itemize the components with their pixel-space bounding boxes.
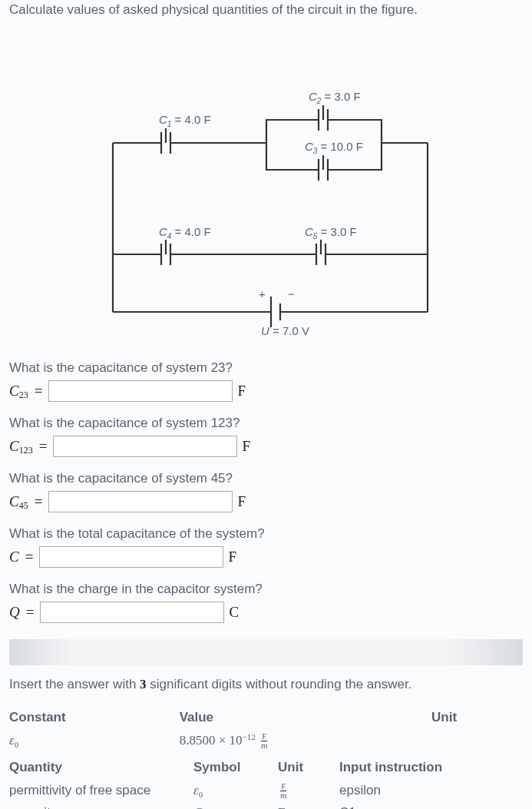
equals-sign: = [35,380,43,403]
question-prompt: What is the total capacitance of the sys… [9,524,523,544]
question-q: What is the charge in the capacitor syst… [9,579,523,624]
equals-sign: = [35,491,43,513]
question-c123: What is the capacitance of system 123? C… [9,413,523,458]
svg-text:C3 = 10.0 F: C3 = 10.0 F [305,140,363,155]
sig-digit-instruction: Insert the answer with 3 significant dig… [9,675,523,695]
variable-label: C123 [9,436,33,458]
variable-label: C23 [9,380,28,403]
variable-label: C [9,546,19,569]
svg-text:−: − [288,287,295,300]
equals-sign: = [25,546,34,569]
circuit-diagram: C1 = 4.0 F C2 = 3.0 F C3 = 10.0 F C4 = 4… [9,51,523,335]
problem-instruction: Calculate values of asked physical quant… [9,0,523,20]
equals-sign: = [39,436,48,458]
unit-label: F [237,491,246,513]
question-c23: What is the capacitance of system 23? C2… [9,358,523,403]
question-prompt: What is the capacitance of system 123? [9,413,523,433]
const-header-unit: Unit [431,706,523,729]
answer-input-c123[interactable] [53,436,237,457]
qty-header-quantity: Quantity [9,756,193,779]
question-c-total: What is the total capacitance of the sys… [9,524,523,569]
table-row: ε0 8.8500 × 10−12 Fm [9,729,523,752]
question-prompt: What is the capacitance of system 23? [9,358,523,378]
unit-label: C [229,602,239,624]
const-header-value: Value [180,706,431,729]
svg-text:C1 = 4.0 F: C1 = 4.0 F [159,113,211,128]
qty-header-symbol: Symbol [193,756,278,779]
unit-label: F [237,380,246,403]
table-row: capacitance C1 F C1 [9,801,523,809]
answer-input-q[interactable] [40,602,224,623]
quantities-table: Quantity Symbol Unit Input instruction p… [9,756,523,809]
equals-sign: = [26,602,35,624]
svg-text:C5 = 3.0 F: C5 = 3.0 F [305,225,357,240]
variable-label: C45 [9,491,28,513]
question-c45: What is the capacitance of system 45? C4… [9,469,523,513]
qty-header-input: Input instruction [339,756,523,779]
unit-label: F [242,436,250,458]
qty-header-unit: Unit [278,756,339,779]
hint-bar[interactable] [9,639,523,665]
answer-input-c45[interactable] [48,491,233,512]
table-row: permittivity of free space ε0 Fm epsilon [9,779,523,802]
unit-label: F [228,546,236,569]
svg-text:U = 7.0 V: U = 7.0 V [261,324,309,335]
svg-text:C4 = 4.0 F: C4 = 4.0 F [159,225,211,240]
const-header-constant: Constant [9,706,180,729]
answer-input-c-total[interactable] [39,546,223,568]
constants-table: Constant Value Unit ε0 8.8500 × 10−12 Fm [9,706,523,751]
question-prompt: What is the charge in the capacitor syst… [9,579,523,599]
question-prompt: What is the capacitance of system 45? [9,469,523,489]
svg-text:C2 = 3.0 F: C2 = 3.0 F [309,90,361,105]
svg-text:+: + [259,287,266,300]
variable-label: Q [9,602,20,624]
answer-input-c23[interactable] [48,380,233,402]
